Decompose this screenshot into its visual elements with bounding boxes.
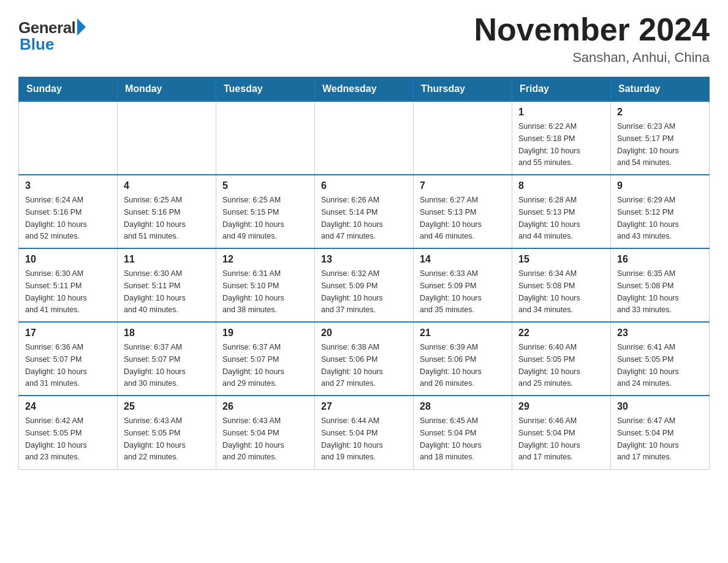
table-row: 10Sunrise: 6:30 AM Sunset: 5:11 PM Dayli… [19, 248, 118, 322]
day-number: 7 [420, 180, 506, 191]
table-row: 21Sunrise: 6:39 AM Sunset: 5:06 PM Dayli… [414, 322, 512, 396]
calendar-week-row: 10Sunrise: 6:30 AM Sunset: 5:11 PM Dayli… [19, 248, 710, 322]
day-number: 20 [321, 327, 407, 339]
day-info: Sunrise: 6:43 AM Sunset: 5:04 PM Dayligh… [222, 416, 284, 461]
day-info: Sunrise: 6:25 AM Sunset: 5:16 PM Dayligh… [124, 196, 186, 240]
day-number: 24 [25, 401, 111, 412]
table-row: 30Sunrise: 6:47 AM Sunset: 5:04 PM Dayli… [611, 396, 710, 469]
calendar-week-row: 17Sunrise: 6:36 AM Sunset: 5:07 PM Dayli… [19, 322, 710, 396]
table-row [315, 101, 414, 175]
day-number: 10 [25, 254, 111, 265]
table-row: 11Sunrise: 6:30 AM Sunset: 5:11 PM Dayli… [118, 248, 216, 322]
day-info: Sunrise: 6:39 AM Sunset: 5:06 PM Dayligh… [420, 343, 482, 388]
day-number: 18 [124, 327, 210, 339]
day-number: 27 [321, 401, 407, 412]
day-info: Sunrise: 6:32 AM Sunset: 5:09 PM Dayligh… [321, 269, 383, 314]
day-info: Sunrise: 6:42 AM Sunset: 5:05 PM Dayligh… [25, 416, 87, 461]
table-row: 27Sunrise: 6:44 AM Sunset: 5:04 PM Dayli… [315, 396, 414, 469]
logo-blue-text: Blue [20, 35, 86, 54]
day-info: Sunrise: 6:23 AM Sunset: 5:17 PM Dayligh… [617, 122, 679, 167]
day-number: 2 [617, 107, 703, 118]
day-number: 23 [617, 327, 703, 339]
table-row: 13Sunrise: 6:32 AM Sunset: 5:09 PM Dayli… [315, 248, 414, 322]
table-row: 15Sunrise: 6:34 AM Sunset: 5:08 PM Dayli… [512, 248, 611, 322]
table-row: 23Sunrise: 6:41 AM Sunset: 5:05 PM Dayli… [611, 322, 710, 396]
day-number: 1 [518, 107, 604, 118]
table-row: 17Sunrise: 6:36 AM Sunset: 5:07 PM Dayli… [19, 322, 118, 396]
calendar-week-row: 1Sunrise: 6:22 AM Sunset: 5:18 PM Daylig… [19, 101, 710, 175]
day-info: Sunrise: 6:35 AM Sunset: 5:08 PM Dayligh… [617, 269, 679, 314]
calendar-header-row: Sunday Monday Tuesday Wednesday Thursday… [19, 77, 710, 102]
table-row: 2Sunrise: 6:23 AM Sunset: 5:17 PM Daylig… [611, 101, 710, 175]
table-row: 16Sunrise: 6:35 AM Sunset: 5:08 PM Dayli… [611, 248, 710, 322]
day-info: Sunrise: 6:45 AM Sunset: 5:04 PM Dayligh… [420, 416, 482, 461]
table-row: 29Sunrise: 6:46 AM Sunset: 5:04 PM Dayli… [512, 396, 611, 469]
day-number: 17 [25, 327, 111, 339]
day-info: Sunrise: 6:44 AM Sunset: 5:04 PM Dayligh… [321, 416, 383, 461]
day-number: 3 [25, 180, 111, 191]
logo-arrow-icon [77, 18, 86, 36]
page-title: November 2024 [474, 12, 710, 47]
day-info: Sunrise: 6:29 AM Sunset: 5:12 PM Dayligh… [617, 196, 679, 240]
day-info: Sunrise: 6:37 AM Sunset: 5:07 PM Dayligh… [222, 343, 284, 388]
day-number: 25 [124, 401, 210, 412]
day-number: 30 [617, 401, 703, 412]
logo: General Blue [18, 18, 86, 54]
day-number: 16 [617, 254, 703, 265]
table-row: 5Sunrise: 6:25 AM Sunset: 5:15 PM Daylig… [216, 175, 315, 248]
day-info: Sunrise: 6:25 AM Sunset: 5:15 PM Dayligh… [222, 196, 284, 240]
table-row: 7Sunrise: 6:27 AM Sunset: 5:13 PM Daylig… [414, 175, 512, 248]
table-row: 6Sunrise: 6:26 AM Sunset: 5:14 PM Daylig… [315, 175, 414, 248]
table-row [118, 101, 216, 175]
day-number: 15 [518, 254, 604, 265]
day-number: 5 [222, 180, 308, 191]
col-friday: Friday [512, 77, 611, 102]
table-row [414, 101, 512, 175]
title-area: November 2024 Sanshan, Anhui, China [474, 12, 710, 66]
day-number: 29 [518, 401, 604, 412]
day-info: Sunrise: 6:33 AM Sunset: 5:09 PM Dayligh… [420, 269, 482, 314]
calendar-week-row: 24Sunrise: 6:42 AM Sunset: 5:05 PM Dayli… [19, 396, 710, 469]
table-row [216, 101, 315, 175]
table-row: 20Sunrise: 6:38 AM Sunset: 5:06 PM Dayli… [315, 322, 414, 396]
day-number: 13 [321, 254, 407, 265]
day-number: 8 [518, 180, 604, 191]
col-saturday: Saturday [611, 77, 710, 102]
table-row: 3Sunrise: 6:24 AM Sunset: 5:16 PM Daylig… [19, 175, 118, 248]
day-info: Sunrise: 6:46 AM Sunset: 5:04 PM Dayligh… [518, 416, 580, 461]
day-info: Sunrise: 6:34 AM Sunset: 5:08 PM Dayligh… [518, 269, 580, 314]
day-info: Sunrise: 6:22 AM Sunset: 5:18 PM Dayligh… [518, 122, 580, 167]
calendar-week-row: 3Sunrise: 6:24 AM Sunset: 5:16 PM Daylig… [19, 175, 710, 248]
day-info: Sunrise: 6:27 AM Sunset: 5:13 PM Dayligh… [420, 196, 482, 240]
day-info: Sunrise: 6:26 AM Sunset: 5:14 PM Dayligh… [321, 196, 383, 240]
day-number: 19 [222, 327, 308, 339]
day-number: 6 [321, 180, 407, 191]
table-row: 19Sunrise: 6:37 AM Sunset: 5:07 PM Dayli… [216, 322, 315, 396]
day-info: Sunrise: 6:30 AM Sunset: 5:11 PM Dayligh… [124, 269, 186, 314]
day-info: Sunrise: 6:24 AM Sunset: 5:16 PM Dayligh… [25, 196, 87, 240]
table-row: 24Sunrise: 6:42 AM Sunset: 5:05 PM Dayli… [19, 396, 118, 469]
table-row: 8Sunrise: 6:28 AM Sunset: 5:13 PM Daylig… [512, 175, 611, 248]
table-row: 12Sunrise: 6:31 AM Sunset: 5:10 PM Dayli… [216, 248, 315, 322]
col-thursday: Thursday [414, 77, 512, 102]
table-row: 25Sunrise: 6:43 AM Sunset: 5:05 PM Dayli… [118, 396, 216, 469]
day-info: Sunrise: 6:40 AM Sunset: 5:05 PM Dayligh… [518, 343, 580, 388]
day-number: 26 [222, 401, 308, 412]
day-info: Sunrise: 6:36 AM Sunset: 5:07 PM Dayligh… [25, 343, 87, 388]
table-row: 22Sunrise: 6:40 AM Sunset: 5:05 PM Dayli… [512, 322, 611, 396]
col-wednesday: Wednesday [315, 77, 414, 102]
day-number: 11 [124, 254, 210, 265]
table-row: 4Sunrise: 6:25 AM Sunset: 5:16 PM Daylig… [118, 175, 216, 248]
table-row: 26Sunrise: 6:43 AM Sunset: 5:04 PM Dayli… [216, 396, 315, 469]
day-info: Sunrise: 6:30 AM Sunset: 5:11 PM Dayligh… [25, 269, 87, 314]
calendar-table: Sunday Monday Tuesday Wednesday Thursday… [18, 77, 710, 470]
day-info: Sunrise: 6:41 AM Sunset: 5:05 PM Dayligh… [617, 343, 679, 388]
col-sunday: Sunday [19, 77, 118, 102]
table-row: 14Sunrise: 6:33 AM Sunset: 5:09 PM Dayli… [414, 248, 512, 322]
day-info: Sunrise: 6:43 AM Sunset: 5:05 PM Dayligh… [124, 416, 186, 461]
day-number: 12 [222, 254, 308, 265]
table-row: 1Sunrise: 6:22 AM Sunset: 5:18 PM Daylig… [512, 101, 611, 175]
col-monday: Monday [118, 77, 216, 102]
table-row: 18Sunrise: 6:37 AM Sunset: 5:07 PM Dayli… [118, 322, 216, 396]
day-info: Sunrise: 6:28 AM Sunset: 5:13 PM Dayligh… [518, 196, 580, 240]
